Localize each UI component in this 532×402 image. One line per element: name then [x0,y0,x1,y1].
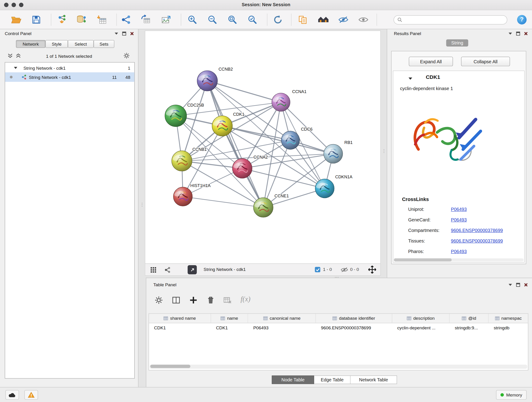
expand-all-button[interactable]: Expand All [409,57,453,66]
network-edge-HIST1H1A-CCNE1[interactable] [183,197,263,207]
column-header[interactable]: @id [450,314,489,323]
clone-network-button[interactable] [296,13,310,27]
zoom-fit-button[interactable] [225,13,240,27]
column-header[interactable]: shared name [149,314,211,323]
table-cell[interactable]: stringdb:9... [450,323,489,332]
cloud-button[interactable] [6,390,19,400]
crosslink-genecard-link[interactable]: P06493 [451,217,467,222]
column-header[interactable]: description [392,314,450,323]
selected-checkbox-icon[interactable] [315,267,320,272]
network-from-table-button[interactable] [138,13,153,27]
scrollbar-thumb[interactable] [150,365,190,368]
network-edge-CCNA1-CCNB1[interactable] [182,102,281,161]
network-edge-CCNB2-CCNE1[interactable] [207,81,263,208]
network-node-CCNB1[interactable] [172,151,192,171]
zoom-in-button[interactable] [185,13,200,27]
table-cell[interactable]: cyclin-dependent ... [392,323,450,332]
add-column-icon[interactable] [189,296,198,305]
tab-network-table[interactable]: Network Table [351,375,397,384]
column-header[interactable]: database identifier [316,314,392,323]
import-network-file-button[interactable] [55,13,70,27]
table-settings-gear-icon[interactable] [154,296,163,305]
tab-style[interactable]: Style [45,40,68,48]
table-cell[interactable]: stringdb [489,323,528,332]
column-header[interactable]: name [211,314,248,323]
new-network-button[interactable] [119,13,133,27]
network-node-CDK1[interactable] [212,116,233,136]
crosslink-pharos-link[interactable]: P06493 [451,249,467,254]
table-cell[interactable]: CDK1 [211,323,248,332]
table-horizontal-scrollbar[interactable] [150,365,527,369]
open-session-button[interactable] [8,13,23,27]
function-builder-button[interactable]: f(x) [241,295,250,303]
gear-icon[interactable] [123,52,130,59]
warnings-button[interactable] [25,390,38,400]
zoom-out-button[interactable] [205,13,220,27]
crosslink-uniprot-link[interactable]: P06493 [451,207,467,212]
splitter-grip[interactable]: ⋮ [382,149,386,153]
tab-network[interactable]: Network [16,40,46,48]
crosslink-tissues-link[interactable]: 9606.ENSP00000378699 [451,238,503,243]
grid-view-icon[interactable] [150,267,157,274]
hide-selected-button[interactable] [336,13,351,27]
tree-expand-icon[interactable] [14,66,17,69]
show-columns-icon[interactable] [172,296,181,305]
splitter-grip[interactable]: ⋮ [140,203,144,206]
network-overview-icon[interactable] [164,267,171,274]
column-header[interactable]: namespac [489,314,528,323]
network-collection-row[interactable]: String Network - cdk1 1 [5,64,134,72]
table-cell[interactable]: CDK1 [149,323,211,332]
panel-close-icon[interactable] [524,32,528,36]
memory-button[interactable]: Memory [496,390,526,400]
tab-string[interactable]: String [446,39,468,46]
home-networks-button[interactable] [316,13,331,27]
show-all-button[interactable] [356,13,371,27]
network-node-CDKN1A[interactable] [315,179,334,198]
import-network-database-button[interactable] [74,13,89,27]
pan-crosshair-icon[interactable] [368,265,377,274]
section-collapse-icon[interactable] [408,77,413,80]
refresh-button[interactable] [270,13,285,27]
panel-float-icon[interactable] [122,32,126,36]
results-horizontal-scrollbar[interactable] [394,258,524,261]
network-node-CDC6[interactable] [281,131,300,149]
hidden-eye-slash-icon[interactable] [341,267,348,273]
network-node-HIST1H1A[interactable] [173,187,192,206]
zoom-selected-button[interactable] [245,13,260,27]
export-image-button[interactable] [158,13,173,27]
network-node-CCNA1[interactable] [272,93,290,111]
help-button[interactable]: ? [517,15,526,24]
export-view-button[interactable] [188,265,197,274]
panel-collapse-icon[interactable] [114,32,119,35]
table-cell[interactable]: 9606.ENSP00000378699 [316,323,392,332]
panel-collapse-icon[interactable] [508,283,512,286]
tab-edge-table[interactable]: Edge Table [314,375,350,384]
save-session-button[interactable] [29,13,44,27]
collapse-all-button[interactable]: Collapse All [461,57,510,66]
network-edge-CDK1-RB1[interactable] [222,126,333,154]
panel-close-icon[interactable] [130,32,134,36]
column-header[interactable]: canonical name [248,314,316,323]
tab-select[interactable]: Select [68,40,94,48]
network-row-selected[interactable]: String Network - cdk1 11 48 [5,72,134,82]
network-edge-CCNB2-CCNA1[interactable] [207,81,281,102]
scrollbar-thumb[interactable] [394,258,452,261]
network-node-CDC25B[interactable] [165,105,187,127]
panel-collapse-icon[interactable] [508,32,512,35]
tab-node-table[interactable]: Node Table [272,375,314,384]
network-node-CCNB2[interactable] [197,70,217,91]
search-field[interactable] [394,15,507,25]
panel-float-icon[interactable] [516,32,520,36]
tab-sets[interactable]: Sets [94,40,114,48]
table-cell[interactable]: P06493 [248,323,316,332]
import-table-button[interactable] [95,13,109,27]
network-canvas[interactable]: CCNB2CCNA1CDC25BCDK1CDC6RB1CCNB1CCNA2CDK… [145,31,380,263]
table-row[interactable]: CDK1 CDK1 P06493 9606.ENSP00000378699 cy… [149,323,528,332]
network-node-RB1[interactable] [324,144,343,163]
network-node-CCNA2[interactable] [232,159,252,178]
crosslink-compartments-link[interactable]: 9606.ENSP00000378699 [451,228,503,233]
panel-float-icon[interactable] [516,283,520,287]
delete-column-trash-icon[interactable] [206,296,215,305]
panel-close-icon[interactable] [524,283,528,287]
network-node-CCNE1[interactable] [253,198,273,217]
